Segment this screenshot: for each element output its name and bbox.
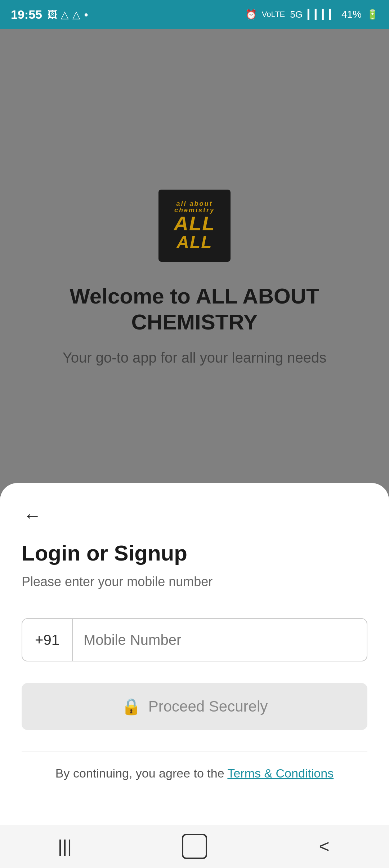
signal-icon: ▎▎▎▎ (308, 9, 336, 20)
dot-icon: ● (84, 10, 88, 19)
menu-icon: ||| (58, 836, 72, 857)
divider (22, 752, 367, 752)
back-arrow-icon: ← (23, 505, 41, 526)
proceed-button[interactable]: 🔒 Proceed Securely (22, 683, 367, 730)
login-subtitle: Please enter your mobile number (22, 574, 367, 589)
cloud-icon-2: △ (72, 9, 80, 21)
terms-prefix: By continuing, you agree to the (55, 766, 228, 780)
hero-section: all about chemistry ALL ALL Welcome to A… (0, 29, 389, 526)
logo-text-main: ALL (158, 213, 231, 234)
lock-icon: 🔒 (121, 697, 141, 716)
terms-text: By continuing, you agree to the Terms & … (22, 766, 367, 780)
photo-icon: 🖼 (47, 9, 57, 21)
status-bar-right: ⏰ VoLTE 5G ▎▎▎▎ 41% 🔋 (245, 9, 378, 20)
phone-input[interactable] (73, 632, 367, 648)
back-button[interactable]: ← (22, 505, 43, 526)
nav-bar: ||| < (0, 825, 389, 868)
volte-icon: VoLTE (262, 10, 285, 19)
status-bar: 19:55 🖼 △ △ ● ⏰ VoLTE 5G ▎▎▎▎ 41% 🔋 (0, 0, 389, 29)
status-icons-left: 🖼 △ △ ● (47, 9, 88, 21)
status-bar-left: 19:55 🖼 △ △ ● (11, 8, 88, 22)
battery-level: 41% (341, 9, 362, 20)
nav-back-button[interactable]: < (310, 832, 339, 861)
login-title: Login or Signup (22, 541, 367, 566)
alarm-icon: ⏰ (245, 9, 257, 20)
app-logo: all about chemistry ALL ALL (158, 190, 231, 262)
nav-home-button[interactable] (180, 832, 209, 861)
5g-icon: 5G (290, 9, 303, 20)
logo-text-top: all about chemistry (158, 200, 231, 213)
logo-inner: all about chemistry ALL ALL (158, 200, 231, 251)
phone-input-container: +91 (22, 618, 367, 661)
login-bottom-sheet: ← Login or Signup Please enter your mobi… (0, 483, 389, 868)
hero-title: Welcome to ALL ABOUT CHEMISTRY (0, 283, 389, 335)
country-code[interactable]: +91 (22, 619, 73, 661)
nav-menu-button[interactable]: ||| (50, 832, 79, 861)
battery-icon: 🔋 (367, 9, 378, 20)
home-icon (182, 834, 207, 859)
nav-back-icon: < (319, 836, 329, 857)
cloud-icon-1: △ (61, 9, 69, 21)
proceed-label: Proceed Securely (148, 698, 268, 715)
status-time: 19:55 (11, 8, 42, 22)
logo-text-sub: ALL (158, 234, 231, 251)
terms-link[interactable]: Terms & Conditions (227, 766, 334, 780)
hero-subtitle: Your go-to app for all your learning nee… (41, 350, 348, 366)
